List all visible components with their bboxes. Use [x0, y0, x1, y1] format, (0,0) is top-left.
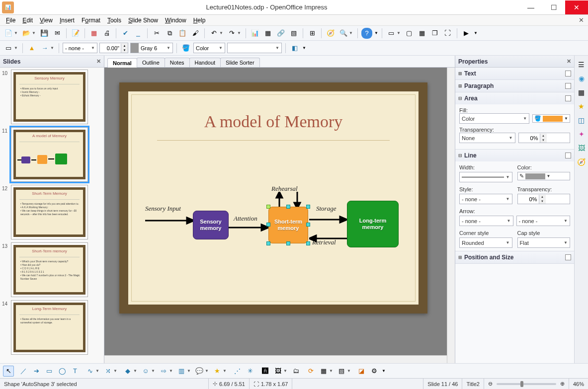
canvas[interactable]: A model of Memory Sensory Input Attentio…: [104, 68, 455, 363]
box-long-term[interactable]: Long-term memory: [347, 201, 399, 247]
zoom-in-icon[interactable]: ⊕: [560, 381, 565, 387]
gallery-icon[interactable]: 🖼: [577, 143, 587, 153]
properties-tab-icon[interactable]: ☰: [577, 60, 587, 70]
zoom-controls[interactable]: ⊖ ⊕: [484, 379, 569, 389]
save-button[interactable]: 💾: [39, 28, 50, 39]
zoom-out-icon[interactable]: ⊖: [488, 381, 493, 387]
toolbar-more[interactable]: ▼: [374, 31, 378, 35]
slide[interactable]: A model of Memory Sensory Input Attentio…: [119, 82, 427, 313]
tab-outline[interactable]: Outline: [137, 58, 165, 67]
menu-edit[interactable]: Edit: [19, 16, 36, 25]
hyperlink-button[interactable]: 🔗: [275, 28, 286, 39]
fill-color-button[interactable]: 🪣▼: [532, 114, 570, 123]
symbol-shapes-tool[interactable]: ☺: [140, 366, 151, 377]
curve-tool[interactable]: ∿: [84, 366, 95, 377]
menu-view[interactable]: View: [37, 16, 56, 25]
fill-type-combo[interactable]: Color▼: [193, 43, 225, 53]
stars-tool[interactable]: ★: [212, 366, 223, 377]
callout-tool[interactable]: 💬: [194, 366, 205, 377]
undo-dropdown[interactable]: ▼: [219, 31, 224, 35]
zoom-button[interactable]: 🔍: [338, 28, 349, 39]
redo-dropdown[interactable]: ▼: [237, 31, 242, 35]
paste-button[interactable]: 📋: [177, 28, 188, 39]
label-attention[interactable]: Attention: [234, 215, 257, 223]
open-dropdown[interactable]: ▼: [32, 31, 37, 35]
tab-normal[interactable]: Normal: [107, 58, 137, 68]
slides-panel-close-icon[interactable]: ✕: [96, 58, 101, 65]
sel-handle[interactable]: [286, 205, 290, 209]
table-button[interactable]: ▦: [262, 28, 273, 39]
fill-type-select[interactable]: Color▼: [459, 113, 529, 124]
slide-thumb[interactable]: 11 A model of Memory: [2, 127, 102, 182]
connector-tool[interactable]: ⤮: [102, 366, 113, 377]
detach-icon[interactable]: [565, 83, 571, 89]
arrow-tool[interactable]: ➔: [31, 366, 42, 377]
animation-icon[interactable]: ✦: [577, 129, 587, 139]
sel-handle[interactable]: [266, 205, 270, 209]
box-short-term[interactable]: Short-term memory: [268, 207, 308, 243]
from-file-tool[interactable]: 🖼: [272, 366, 283, 377]
edit-doc-button[interactable]: 📝: [70, 28, 81, 39]
master-pages-icon[interactable]: ▦: [577, 87, 587, 97]
label-storage[interactable]: Storage: [316, 205, 336, 213]
fill-bucket-icon[interactable]: 🪣: [180, 43, 191, 54]
spellcheck-button[interactable]: ✔: [120, 28, 131, 39]
fill-color-combo[interactable]: ▼: [227, 43, 282, 53]
text-tool[interactable]: T: [70, 366, 81, 377]
email-button[interactable]: ✉: [52, 28, 63, 39]
redo-button[interactable]: ↷: [226, 28, 237, 39]
detach-icon[interactable]: [565, 71, 571, 77]
horizontal-scrollbar[interactable]: [104, 355, 447, 363]
navigator-icon[interactable]: 🧭: [577, 157, 587, 167]
line-style-select[interactable]: - none -▼: [459, 194, 512, 204]
gluepoints-tool[interactable]: ✳: [245, 366, 255, 377]
status-zoom[interactable]: 46%: [569, 379, 588, 389]
vertical-scrollbar[interactable]: [447, 68, 455, 363]
star-icon[interactable]: ★: [577, 101, 587, 111]
menu-tools[interactable]: Tools: [104, 16, 124, 25]
extrusion-tool[interactable]: ◪: [356, 366, 367, 377]
menu-insert[interactable]: Insert: [57, 16, 78, 25]
slide-thumb[interactable]: 12 Short-Term Memory • Temporary storage…: [2, 185, 102, 239]
line-width-select[interactable]: ▼: [459, 172, 512, 182]
grid-button[interactable]: ⊞: [307, 28, 318, 39]
undo-button[interactable]: ↶: [208, 28, 219, 39]
block-arrows-tool[interactable]: ⇨: [158, 366, 169, 377]
label-sensory-input[interactable]: Sensory Input: [145, 205, 181, 213]
expand-slide-button[interactable]: ⛶: [442, 28, 453, 39]
corner-select[interactable]: Rounded▼: [459, 237, 512, 248]
interaction-tool[interactable]: ⚙: [369, 366, 380, 377]
tab-notes[interactable]: Notes: [165, 58, 190, 67]
copy-button[interactable]: ⧉: [164, 28, 175, 39]
line-color-combo[interactable]: Gray 6▼: [130, 43, 173, 53]
rect-tool[interactable]: ▭: [44, 366, 55, 377]
tab-handout[interactable]: Handout: [189, 58, 221, 67]
new-dropdown[interactable]: ▼: [14, 31, 19, 35]
area-trans-type[interactable]: None▼: [459, 133, 515, 143]
section-line[interactable]: ⊟Line: [455, 150, 574, 161]
line-trans-spin[interactable]: ▲▼: [517, 194, 571, 204]
duplicate-slide-button[interactable]: ❐: [429, 28, 440, 39]
line-tool[interactable]: ／: [18, 366, 29, 377]
ellipse-tool[interactable]: ◯: [57, 366, 68, 377]
slide-title-text[interactable]: A model of Memory: [128, 112, 419, 131]
line-style-combo[interactable]: - none -▼: [63, 43, 97, 53]
line-endings-button[interactable]: ▲: [26, 43, 37, 54]
points-tool[interactable]: ⋰: [232, 366, 243, 377]
present-more[interactable]: ▼: [474, 31, 478, 35]
zoom-dropdown[interactable]: ▼: [349, 31, 354, 35]
fontwork-tool[interactable]: 🅰: [259, 366, 270, 377]
insert-shape-button[interactable]: ▭: [3, 43, 14, 54]
menu-format[interactable]: Format: [79, 16, 103, 25]
line-color-button[interactable]: ✎▼: [517, 172, 571, 180]
sel-handle[interactable]: [266, 223, 270, 227]
line-arrow-button[interactable]: →: [39, 43, 50, 54]
zoom-slider[interactable]: [497, 383, 556, 385]
minimize-button[interactable]: —: [519, 0, 542, 14]
export-pdf-button[interactable]: ▦: [88, 28, 99, 39]
tab-slidesorter[interactable]: Slide Sorter: [220, 58, 259, 67]
slide-thumb[interactable]: 14 Long-Term Memory • Stores all the inf…: [2, 300, 102, 355]
slide-thumb[interactable]: 10 Sensory Memory • Allows you to focus …: [2, 70, 102, 124]
open-button[interactable]: 📂: [21, 28, 32, 39]
properties-close-icon[interactable]: ✕: [567, 58, 571, 65]
